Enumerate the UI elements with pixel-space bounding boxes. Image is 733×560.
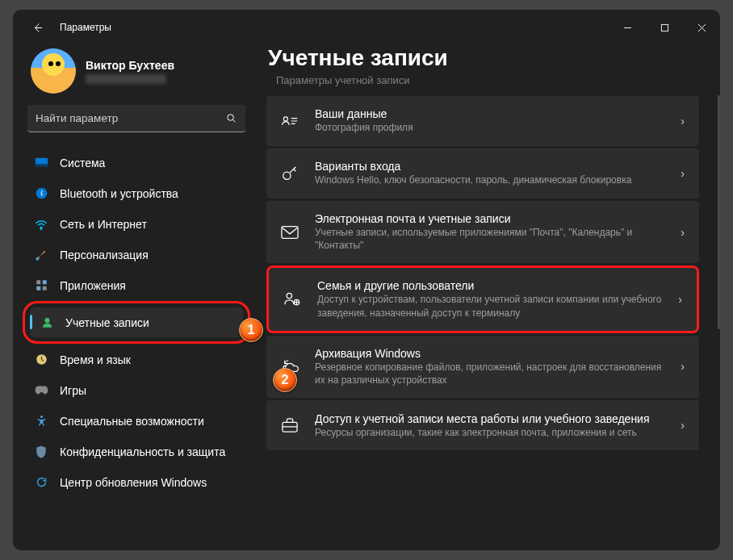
- window-buttons: [609, 15, 720, 40]
- briefcase-icon: [279, 415, 300, 436]
- page-title: Учетные записи: [268, 45, 702, 71]
- sidebar-item-network[interactable]: Сеть и Интернет: [24, 209, 249, 239]
- sidebar-item-accessibility[interactable]: Специальные возможности: [24, 406, 249, 436]
- chevron-right-icon: ›: [681, 226, 685, 239]
- sidebar-item-label: Игры: [60, 384, 86, 397]
- card-title: Семья и другие пользователи: [317, 279, 664, 292]
- profile-name: Виктор Бухтеев: [86, 59, 174, 72]
- highlight-card: Семья и другие пользователи Доступ к уст…: [266, 265, 699, 332]
- chevron-right-icon: ›: [681, 115, 685, 127]
- svg-point-11: [44, 318, 49, 323]
- shield-icon: [34, 445, 48, 459]
- sidebar-item-bluetooth[interactable]: Bluetooth и устройства: [24, 178, 249, 208]
- svg-rect-3: [35, 164, 47, 166]
- sidebar-item-label: Время и язык: [60, 353, 131, 366]
- sidebar-item-gaming[interactable]: Игры: [24, 375, 249, 405]
- highlight-sidebar: Учетные записи: [23, 301, 250, 344]
- sidebar-item-label: Сеть и Интернет: [60, 218, 147, 231]
- card-sub: Ресурсы организации, такие как электронн…: [315, 426, 666, 439]
- card-work-school[interactable]: Доступ к учетной записи места работы или…: [266, 400, 699, 450]
- svg-rect-10: [42, 286, 46, 290]
- sidebar-item-system[interactable]: Система: [24, 148, 249, 178]
- svg-rect-0: [661, 24, 668, 31]
- search-box[interactable]: [27, 105, 245, 132]
- apps-icon: [34, 278, 48, 293]
- avatar: [31, 48, 76, 94]
- sidebar: Виктор Бухтеев Система: [13, 45, 255, 550]
- user-icon: [40, 316, 54, 330]
- back-button[interactable]: [24, 15, 50, 40]
- card-sub: Windows Hello, ключ безопасности, пароль…: [315, 173, 666, 186]
- wifi-icon: [34, 217, 48, 232]
- bluetooth-icon: [34, 186, 48, 201]
- sidebar-item-label: Специальные возможности: [60, 415, 204, 428]
- card-sub: Резервное копирование файлов, приложений…: [315, 361, 666, 387]
- section-label: Параметры учетной записи: [276, 74, 702, 86]
- nav: Система Bluetooth и устройства Сеть и Ин…: [23, 140, 250, 498]
- svg-rect-16: [282, 226, 298, 238]
- brush-icon: [34, 248, 48, 262]
- key-icon: [279, 163, 300, 184]
- svg-point-15: [283, 172, 291, 179]
- card-sub: Доступ к устройствам, пользователи учетн…: [317, 293, 664, 319]
- sidebar-item-label: Приложения: [60, 279, 126, 292]
- chevron-right-icon: ›: [681, 167, 685, 180]
- clock-icon: [34, 353, 48, 367]
- gamepad-icon: [34, 383, 48, 398]
- maximize-button[interactable]: [646, 15, 683, 40]
- update-icon: [34, 475, 48, 490]
- card-title: Варианты входа: [315, 160, 666, 173]
- svg-point-6: [36, 257, 39, 260]
- svg-point-17: [287, 293, 291, 298]
- card-email-accounts[interactable]: Электронная почта и учетные записи Учетн…: [266, 201, 699, 263]
- sidebar-item-apps[interactable]: Приложения: [24, 270, 249, 300]
- search-input[interactable]: [36, 112, 225, 124]
- sidebar-item-accounts[interactable]: Учетные записи: [30, 307, 243, 337]
- profile[interactable]: Виктор Бухтеев: [23, 45, 250, 105]
- card-title: Доступ к учетной записи места работы или…: [315, 412, 666, 425]
- card-backup[interactable]: Архивация Windows Резервное копирование …: [266, 336, 699, 398]
- svg-rect-9: [36, 286, 40, 290]
- sidebar-item-time[interactable]: Время и язык: [24, 345, 249, 374]
- card-sub: Учетные записи, используемые приложениям…: [315, 226, 666, 252]
- search-icon: [225, 112, 237, 124]
- chevron-right-icon: ›: [681, 360, 685, 373]
- sidebar-item-personalization[interactable]: Персонализация: [24, 240, 249, 270]
- svg-rect-8: [42, 280, 46, 284]
- sidebar-item-update[interactable]: Центр обновления Windows: [24, 467, 249, 497]
- sidebar-item-label: Bluetooth и устройства: [60, 187, 178, 200]
- sidebar-item-label: Центр обновления Windows: [60, 476, 207, 489]
- system-icon: [34, 156, 48, 170]
- chevron-right-icon: ›: [681, 419, 685, 432]
- content: Учетные записи Параметры учетной записи …: [255, 45, 720, 550]
- svg-point-1: [228, 115, 234, 121]
- annotation-badge-2: 2: [273, 368, 297, 392]
- window-title: Параметры: [60, 22, 111, 33]
- sidebar-item-label: Система: [60, 157, 105, 169]
- card-title: Архивация Windows: [315, 347, 666, 360]
- svg-rect-7: [36, 280, 40, 284]
- sidebar-item-label: Персонализация: [60, 249, 149, 261]
- card-your-info[interactable]: Ваши данные Фотография профиля ›: [266, 96, 699, 146]
- svg-point-5: [40, 228, 42, 229]
- minimize-button[interactable]: [609, 15, 646, 40]
- annotation-badge-1: 1: [239, 318, 263, 342]
- card-title: Электронная почта и учетные записи: [315, 212, 666, 225]
- titlebar: Параметры: [13, 10, 720, 45]
- family-icon: [282, 289, 303, 310]
- sidebar-item-privacy[interactable]: Конфиденциальность и защита: [24, 437, 249, 466]
- profile-email: [86, 74, 166, 84]
- card-signin-options[interactable]: Варианты входа Windows Hello, ключ безоп…: [266, 148, 699, 199]
- svg-point-14: [283, 117, 287, 121]
- svg-point-13: [40, 416, 42, 418]
- card-family-users[interactable]: Семья и другие пользователи Доступ к уст…: [269, 268, 697, 330]
- sidebar-item-label: Конфиденциальность и защита: [60, 445, 225, 458]
- badge-icon: [279, 111, 300, 132]
- card-title: Ваши данные: [315, 107, 666, 120]
- chevron-right-icon: ›: [678, 293, 682, 306]
- accessibility-icon: [34, 414, 48, 428]
- scrollbar[interactable]: [718, 95, 720, 329]
- card-sub: Фотография профиля: [315, 121, 666, 134]
- mail-icon: [279, 222, 300, 243]
- close-button[interactable]: [683, 15, 720, 40]
